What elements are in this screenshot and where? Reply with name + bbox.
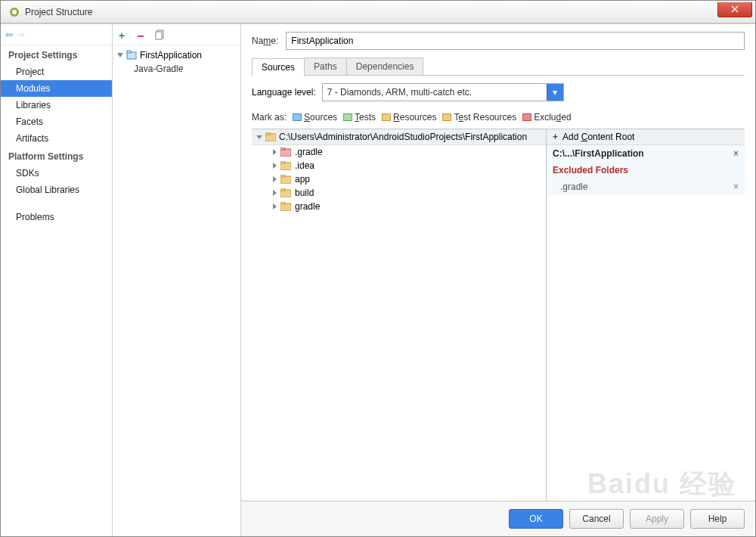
tab-dependencies[interactable]: Dependencies (346, 57, 424, 75)
name-row: Name: (241, 24, 755, 53)
module-root-label: FirstApplication (140, 50, 202, 61)
nav-project[interactable]: Project (1, 64, 112, 80)
language-level-row: Language level: 7 - Diamonds, ARM, multi… (252, 83, 745, 101)
help-button[interactable]: Help (690, 509, 745, 529)
expand-icon (273, 176, 277, 182)
svg-rect-13 (280, 175, 285, 177)
folders-split: C:\Users\Administrator\AndroidStudioProj… (252, 129, 745, 501)
mark-as-row: Mark as: Sources Tests Resources Test Re… (252, 112, 745, 123)
svg-rect-7 (265, 132, 270, 135)
nav-global-libraries[interactable]: Global Libraries (1, 182, 112, 198)
mark-test-resources[interactable]: Test Resources (442, 112, 516, 123)
plus-icon: + (553, 132, 558, 142)
svg-rect-11 (280, 161, 285, 163)
source-folders-tree: C:\Users\Administrator\AndroidStudioProj… (252, 129, 547, 501)
tab-paths[interactable]: Paths (304, 57, 347, 75)
folder-gradle[interactable]: gradle (252, 200, 546, 213)
module-child-label: Java-Gradle (134, 64, 183, 74)
app-icon (8, 6, 20, 18)
close-button[interactable] (717, 2, 752, 17)
folder-build[interactable]: build (252, 186, 546, 200)
module-toolbar: + − (113, 24, 240, 45)
module-root[interactable]: FirstApplication (113, 48, 240, 62)
nav-sdks[interactable]: SDKs (1, 165, 112, 182)
project-structure-window: Project Structure ⇦ ⇨ Project Settings P… (0, 0, 756, 537)
dialog-button-bar: OK Cancel Apply Help (241, 501, 755, 536)
nav-artifacts[interactable]: Artifacts (1, 130, 112, 147)
content-root-short-path: C:\...\FirstApplication (553, 148, 644, 159)
excluded-folders-header: Excluded Folders (547, 162, 745, 178)
mark-excluded[interactable]: Excluded (522, 112, 571, 123)
module-tree: FirstApplication Java-Gradle (113, 45, 240, 79)
svg-point-1 (12, 10, 17, 14)
expand-icon (117, 53, 123, 57)
language-level-label: Language level: (252, 87, 316, 98)
module-child[interactable]: Java-Gradle (113, 62, 240, 76)
content-roots-panel: + Add Content Root C:\...\FirstApplicati… (547, 129, 745, 501)
folder-gradle-hidden[interactable]: .gradle (252, 145, 546, 159)
copy-module-icon[interactable] (155, 29, 166, 40)
tab-sources[interactable]: Sources (252, 58, 305, 76)
nav-problems[interactable]: Problems (1, 209, 112, 225)
tab-bar: Sources Paths Dependencies (252, 57, 745, 76)
language-level-value: 7 - Diamonds, ARM, multi-catch etc. (323, 87, 547, 98)
section-project-settings: Project Settings (1, 45, 112, 64)
titlebar: Project Structure (1, 1, 755, 23)
svg-rect-3 (156, 32, 162, 39)
excluded-folder-item[interactable]: .gradle × (547, 178, 745, 195)
section-platform-settings: Platform Settings (1, 147, 112, 165)
content-root-row[interactable]: C:\Users\Administrator\AndroidStudioProj… (252, 129, 546, 145)
remove-content-root-icon[interactable]: × (733, 148, 739, 159)
close-icon (731, 5, 739, 13)
svg-rect-9 (280, 147, 285, 150)
nav-facets[interactable]: Facets (1, 113, 112, 130)
folder-icon (280, 161, 291, 170)
svg-rect-5 (127, 51, 131, 53)
mark-resources[interactable]: Resources (382, 112, 436, 123)
nav-libraries[interactable]: Libraries (1, 97, 112, 113)
back-arrow-icon[interactable]: ⇦ (5, 29, 13, 40)
excluded-folder-icon (280, 147, 291, 157)
name-input[interactable] (286, 32, 745, 50)
add-module-icon[interactable]: + (119, 29, 129, 40)
mark-tests[interactable]: Tests (343, 112, 376, 123)
apply-button[interactable]: Apply (630, 509, 684, 529)
window-title: Project Structure (25, 7, 92, 17)
expand-icon (273, 190, 277, 196)
cancel-button[interactable]: Cancel (569, 509, 624, 529)
main-panel: Name: Sources Paths Dependencies Languag… (241, 24, 755, 536)
folder-icon (280, 202, 291, 211)
svg-rect-17 (280, 202, 285, 204)
ok-button[interactable]: OK (509, 509, 563, 529)
dropdown-icon: ▾ (547, 84, 563, 101)
name-label: Name: (252, 36, 278, 46)
sources-tab-content: Language level: 7 - Diamonds, ARM, multi… (241, 76, 755, 501)
folder-idea[interactable]: .idea (252, 159, 546, 172)
sidebar-nav-toolbar: ⇦ ⇨ (1, 24, 112, 45)
folder-icon (265, 132, 276, 141)
folder-app[interactable]: app (252, 172, 546, 186)
content-root-item[interactable]: C:\...\FirstApplication × (547, 145, 745, 162)
expand-icon (273, 163, 277, 169)
folder-icon (280, 188, 291, 197)
content-root-path: C:\Users\Administrator\AndroidStudioProj… (279, 132, 527, 142)
mark-as-label: Mark as: (252, 112, 287, 123)
settings-sidebar: ⇦ ⇨ Project Settings Project Modules Lib… (1, 24, 113, 536)
expand-icon (256, 135, 262, 139)
svg-rect-15 (280, 188, 285, 191)
forward-arrow-icon[interactable]: ⇨ (17, 29, 25, 40)
remove-module-icon[interactable]: − (137, 29, 147, 40)
folder-icon (280, 175, 291, 184)
add-content-root[interactable]: + Add Content Root (547, 129, 745, 145)
module-folder-icon (126, 50, 137, 61)
language-level-select[interactable]: 7 - Diamonds, ARM, multi-catch etc. ▾ (322, 83, 564, 101)
expand-icon (273, 149, 277, 155)
nav-modules[interactable]: Modules (1, 80, 112, 97)
module-tree-panel: + − FirstApplication Java-Gradle (113, 24, 241, 536)
expand-icon (273, 203, 277, 210)
remove-excluded-icon[interactable]: × (733, 182, 739, 192)
mark-sources[interactable]: Sources (293, 112, 337, 123)
